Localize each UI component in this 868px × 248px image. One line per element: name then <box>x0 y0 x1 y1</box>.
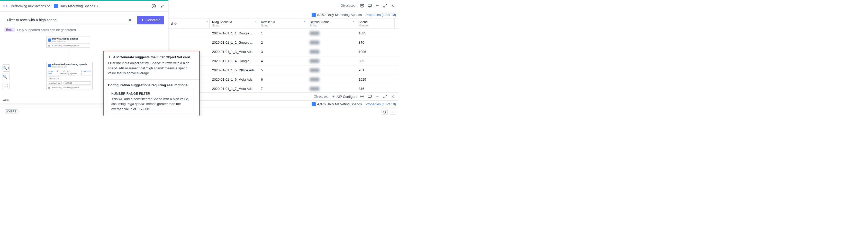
col-id[interactable]: d Id▾ <box>168 19 210 29</box>
gear-icon[interactable] <box>359 3 365 9</box>
object-icon <box>48 38 51 42</box>
cell-spend: 895 <box>356 59 395 63</box>
object-icon <box>312 13 316 17</box>
cell-mktg: 2020-01-01_1_1_Google Ads <box>210 31 258 35</box>
object-count: 8,752 Daily Marketing Spends <box>312 13 362 17</box>
object-set-chip[interactable]: Object set <box>338 3 358 8</box>
cell-retailer-name: ████ <box>307 59 356 63</box>
col-retailer-id[interactable]: Retailer IdString▾ <box>258 19 307 29</box>
zoom-out-button[interactable]: 🔍− <box>3 73 10 80</box>
monitor-icon[interactable] <box>367 3 373 9</box>
object-icon <box>54 4 58 8</box>
cell-spend: 951 <box>356 68 395 72</box>
prompt-input[interactable] <box>7 18 128 22</box>
object-icon <box>48 64 51 67</box>
cell-retailer-name: ████ <box>307 50 356 54</box>
cell-mktg: 2020-01-01_1_5_Offline Ads <box>210 68 258 72</box>
cell-spend: 1006 <box>356 50 395 54</box>
svg-point-0 <box>362 5 363 6</box>
cell-retailer-name: ████ <box>307 41 356 44</box>
connector-line <box>68 46 68 62</box>
cell-spend: 816 <box>356 87 395 91</box>
assumption-body: This will add a new filter for Spend wit… <box>111 97 192 112</box>
panel-title: Performing next actions on: <box>11 4 52 8</box>
plus-icon[interactable]: + <box>390 109 396 115</box>
aip-configure-button[interactable]: ✦AIP Configure <box>332 95 358 99</box>
prompt-input-wrap[interactable]: ✕ <box>4 16 135 24</box>
cell-retailer-id: 7 <box>258 87 307 91</box>
close-icon[interactable] <box>390 94 396 100</box>
sort-icon[interactable]: ▾ <box>255 20 257 23</box>
svg-point-2 <box>362 96 363 97</box>
cell-retailer-name: ████ <box>307 87 356 91</box>
cell-retailer-id: 2 <box>258 41 307 44</box>
cell-spend: 1085 <box>356 31 395 35</box>
object-set-chip-lower[interactable]: Object set <box>311 94 330 99</box>
col-retailer-name[interactable]: Retailer NameString▾ <box>307 19 356 29</box>
cell-mktg: 2020-01-01_1_7_Meta Ads <box>210 87 258 91</box>
cell-retailer-name: ████ <box>307 77 356 81</box>
mini-card-filtered[interactable]: Filtered Daily Marketing SpendsFilter Ob… <box>46 62 93 90</box>
generate-button[interactable]: ✦Generate <box>137 16 164 24</box>
monitor-icon[interactable] <box>367 94 373 100</box>
sort-icon[interactable]: ▾ <box>304 20 305 23</box>
expand-icon[interactable] <box>382 94 388 100</box>
cell-spend: 1025 <box>356 77 395 81</box>
callout-description: Filter the input object set by 'Spend' t… <box>108 61 195 76</box>
cell-retailer-id: 3 <box>258 50 307 54</box>
hint-text: Only supported cards can be generated <box>17 28 76 32</box>
panel-object[interactable]: Daily Marketing Spends▾ <box>54 4 98 8</box>
zoom-fit-button[interactable]: ⛶ <box>3 82 10 89</box>
assumption-card[interactable]: NUMBER RANGE FILTER This will add a new … <box>108 89 195 114</box>
cancel-icon[interactable] <box>151 3 157 9</box>
sparkle-icon: ✦ <box>141 18 144 22</box>
cell-retailer-id: 4 <box>258 59 307 63</box>
collapse-icon[interactable] <box>159 3 165 9</box>
properties-link[interactable]: Properties (10 of 10) <box>365 13 396 17</box>
cell-retailer-name: ████ <box>307 68 356 72</box>
cell-spend: 870 <box>356 41 395 44</box>
aip-callout: ✦AIP Generate suggests the Filter Object… <box>103 51 200 115</box>
sort-icon[interactable]: ▾ <box>207 20 208 23</box>
assumption-title: NUMBER RANGE FILTER <box>111 92 192 96</box>
callout-title: AIP Generate suggests the Filter Object … <box>113 55 190 59</box>
cell-retailer-id: 6 <box>258 77 307 81</box>
col-mktg[interactable]: Mktg Spend IdString▾ <box>210 19 258 29</box>
cell-retailer-id: 5 <box>258 68 307 72</box>
sparkle-icon: ✦ <box>332 95 335 99</box>
object-icon <box>312 102 316 106</box>
cell-mktg: 2020-01-01_1_4_Google Ads <box>210 59 258 63</box>
close-icon[interactable] <box>390 3 396 9</box>
zoom-percentage: 44% <box>3 98 9 102</box>
sparkle-icon: ✦ <box>108 55 111 59</box>
cell-mktg: 2020-01-01_1_3_Meta Ads <box>210 50 258 54</box>
aip-logo-icon: ✦✦ <box>3 4 8 8</box>
trash-icon[interactable] <box>381 109 388 115</box>
object-count-lower: 4,376 Daily Marketing Spends <box>312 102 362 106</box>
mini-card-source[interactable]: Daily Marketing SpendsBase object set ▦8… <box>46 36 90 48</box>
beta-badge: Beta <box>4 28 14 32</box>
cell-mktg: 2020-01-01_1_6_Meta Ads <box>210 77 258 81</box>
more-icon[interactable]: ⋯ <box>374 94 380 100</box>
cell-retailer-id: 1 <box>258 31 307 35</box>
chevron-down-icon: ▾ <box>97 4 98 8</box>
zoom-in-button[interactable]: 🔍+ <box>3 64 10 72</box>
cell-retailer-name: ████ <box>307 31 356 35</box>
cell-mktg: 2020-01-01_1_2_Google Ads <box>210 41 258 44</box>
clear-icon[interactable]: ✕ <box>128 18 132 22</box>
expand-icon[interactable] <box>382 3 388 9</box>
svg-rect-1 <box>368 4 371 6</box>
gear-icon[interactable] <box>359 94 365 100</box>
sort-icon[interactable]: ▾ <box>353 20 354 23</box>
properties-link-lower[interactable]: Properties (10 of 10) <box>365 102 396 106</box>
more-icon[interactable]: ⋯ <box>374 3 380 9</box>
config-title: Configuration suggestions requiring assu… <box>108 83 187 87</box>
svg-rect-3 <box>368 95 371 98</box>
col-spend[interactable]: SpendNumber <box>356 19 395 29</box>
where-chip[interactable]: WHERE <box>4 109 19 113</box>
